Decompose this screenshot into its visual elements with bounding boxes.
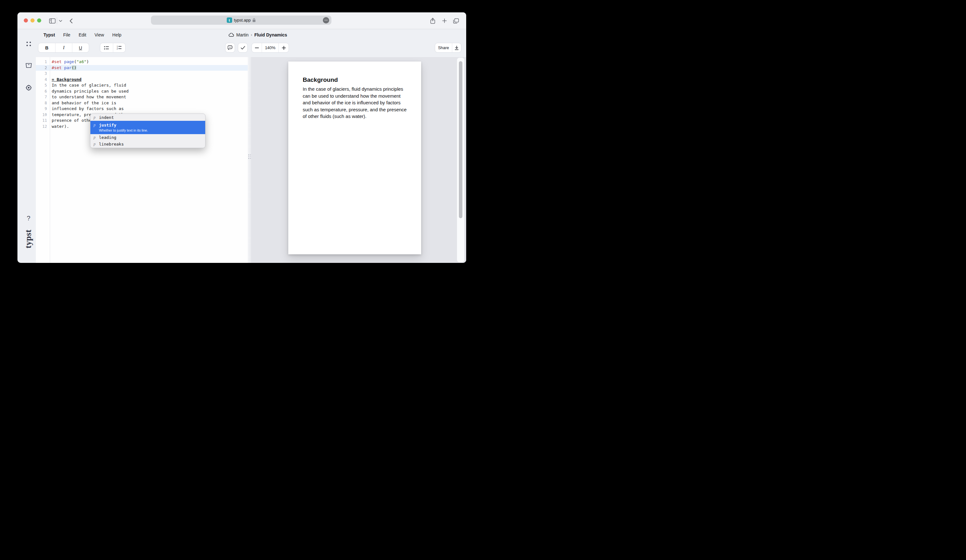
autocomplete-menu: pindentpjustifyWhether to justify text i… <box>90 113 205 148</box>
back-button[interactable] <box>67 12 74 29</box>
download-button[interactable] <box>452 43 461 53</box>
menu-edit[interactable]: Edit <box>79 32 86 38</box>
italic-button[interactable]: I <box>55 43 72 53</box>
line-number: 1 <box>36 59 50 65</box>
preview-pane: Background In the case of glaciers, flui… <box>251 57 466 263</box>
bullet-list-icon <box>104 46 109 50</box>
check-icon <box>241 46 245 49</box>
sidebar-toggle-button[interactable] <box>48 12 57 29</box>
line-number: 12 <box>36 124 50 130</box>
app-menubar: Typst File Edit View Help <box>43 29 122 41</box>
url-text: typst.app <box>234 18 251 23</box>
site-favicon: t <box>227 18 232 23</box>
templates-box-icon <box>26 63 32 68</box>
line-number: 6 <box>36 89 50 95</box>
menu-help[interactable]: Help <box>112 32 122 38</box>
param-type-icon: p <box>94 123 96 128</box>
breadcrumb: Martin › Fluid Dynamics <box>228 29 287 41</box>
files-panel-button[interactable] <box>25 63 32 68</box>
help-button[interactable]: ? <box>25 215 32 222</box>
line-number: 3 <box>36 71 50 77</box>
code-line[interactable]: to understand how the movement <box>36 94 248 100</box>
cloud-icon <box>228 33 234 37</box>
share-button[interactable]: Share <box>435 43 452 53</box>
line-number: 11 <box>36 118 50 124</box>
screen: t typst.app <box>0 0 483 280</box>
autocomplete-item[interactable]: plinebreaks <box>90 141 205 148</box>
menu-view[interactable]: View <box>95 32 104 38</box>
page-settings-button[interactable] <box>323 17 329 23</box>
underline-button[interactable]: U <box>72 43 89 53</box>
param-type-icon: p <box>94 142 96 146</box>
italic-label: I <box>63 45 65 51</box>
list-format-group: 1 2 <box>100 43 126 53</box>
address-bar[interactable]: t typst.app <box>151 16 332 25</box>
plus-icon <box>282 46 286 50</box>
chevron-down-icon <box>59 20 62 22</box>
menu-file[interactable]: File <box>63 32 71 38</box>
lock-icon <box>253 18 256 22</box>
zoom-out-button[interactable] <box>252 43 262 53</box>
autocomplete-item[interactable]: pjustifyWhether to justify text in its l… <box>90 121 205 134</box>
autocomplete-item[interactable]: pleading <box>90 134 205 141</box>
line-number: 9 <box>36 106 50 112</box>
tabs-icon <box>453 18 459 23</box>
zoom-level-label: 140% <box>265 45 275 50</box>
code-line[interactable] <box>36 71 248 77</box>
code-line[interactable]: dynamics principles can be used <box>36 89 248 95</box>
gutter-separator <box>50 57 50 263</box>
bold-button[interactable]: B <box>38 43 55 53</box>
code-line[interactable]: #set page("a6") <box>36 59 248 65</box>
svg-text:1: 1 <box>117 46 118 48</box>
typst-logo: typst <box>20 225 37 252</box>
code-line[interactable]: = Background <box>36 77 248 83</box>
browser-tab-bar: t typst.app <box>18 12 466 29</box>
bold-label: B <box>45 45 49 51</box>
code-line[interactable]: In the case of glaciers, fluid <box>36 82 248 89</box>
zoom-level-button[interactable]: 140% <box>262 43 278 53</box>
browser-share-button[interactable] <box>428 12 437 29</box>
download-icon <box>455 46 458 50</box>
spellcheck-button[interactable] <box>238 43 248 53</box>
tab-dropdown-button[interactable] <box>58 12 63 29</box>
comment-icon <box>228 45 233 50</box>
menu-typst[interactable]: Typst <box>43 32 55 38</box>
typst-logo-text: typst <box>24 229 34 248</box>
underline-label: U <box>79 45 82 51</box>
settings-button[interactable] <box>25 85 32 91</box>
sidebar-icon <box>49 18 56 23</box>
share-button-label: Share <box>438 45 449 50</box>
code-line[interactable]: and behavior of the ice is <box>36 100 248 106</box>
tab-overview-button[interactable] <box>451 12 461 29</box>
preview-page: Background In the case of glaciers, flui… <box>288 61 421 254</box>
breadcrumb-workspace[interactable]: Martin <box>236 32 249 38</box>
breadcrumb-separator: › <box>251 33 252 37</box>
code-editor[interactable]: #set page("a6")#set par()= BackgroundIn … <box>36 57 248 263</box>
apps-grid-icon <box>26 41 31 46</box>
close-window-button[interactable] <box>24 18 28 23</box>
autocomplete-item-label: indent <box>99 115 114 120</box>
new-tab-button[interactable] <box>440 12 449 29</box>
numbered-list-button[interactable]: 1 2 <box>113 43 126 53</box>
line-number: 10 <box>36 112 50 118</box>
zoom-control-group: 140% <box>251 43 289 53</box>
param-type-icon: p <box>94 135 96 140</box>
settings-gear-icon <box>26 85 32 91</box>
preview-scrollbar-thumb[interactable] <box>459 61 462 218</box>
autocomplete-item[interactable]: pindent <box>90 114 205 121</box>
divider-grip-icon[interactable] <box>248 154 251 160</box>
code-line[interactable]: #set par() <box>36 65 248 71</box>
code-line[interactable]: influenced by factors such as <box>36 106 248 112</box>
zoom-window-button[interactable] <box>37 18 41 23</box>
zoom-in-button[interactable] <box>278 43 289 53</box>
preview-heading: Background <box>303 76 338 84</box>
apps-grid-button[interactable] <box>25 41 32 46</box>
share-group: Share <box>435 43 462 53</box>
browser-window: t typst.app <box>18 12 466 263</box>
breadcrumb-document-title[interactable]: Fluid Dynamics <box>255 32 287 38</box>
help-icon: ? <box>26 215 30 222</box>
line-number: 2 <box>36 65 50 71</box>
minimize-window-button[interactable] <box>30 18 34 23</box>
comments-button[interactable] <box>225 43 235 53</box>
bullet-list-button[interactable] <box>100 43 113 53</box>
